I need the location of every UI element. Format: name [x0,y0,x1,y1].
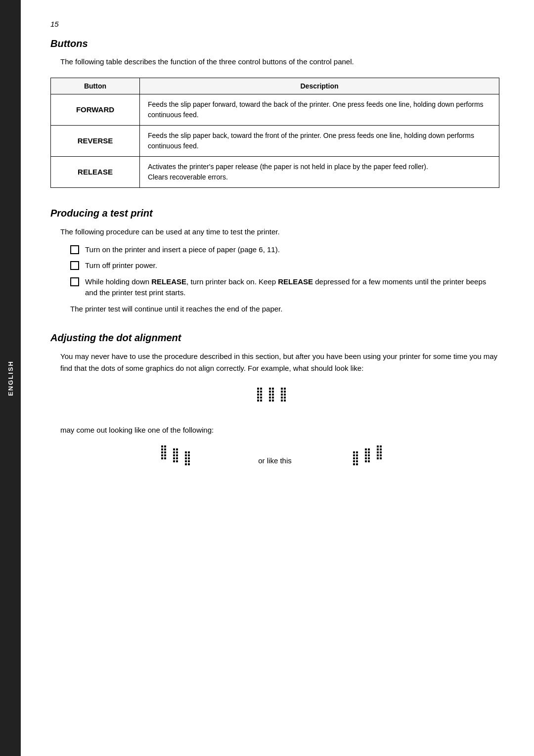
svg-rect-84 [377,451,379,453]
svg-rect-35 [164,451,166,453]
svg-rect-55 [188,457,190,459]
svg-rect-46 [173,457,175,459]
svg-rect-76 [365,457,367,459]
misaligned-diagrams-row: or like this [50,445,499,475]
table-header-button: Button [51,78,140,94]
svg-rect-25 [260,400,262,401]
button-desc-forward: Feeds the slip paper forward, toward the… [140,94,499,125]
buttons-section-intro: The following table describes the functi… [60,56,499,68]
svg-rect-68 [353,463,355,465]
svg-rect-49 [176,460,178,462]
svg-rect-37 [164,454,166,456]
svg-rect-44 [173,454,175,456]
svg-rect-58 [185,463,187,465]
svg-rect-16 [281,388,283,390]
svg-rect-41 [176,448,178,450]
svg-rect-8 [269,388,271,390]
or-like-this-label: or like this [258,456,292,465]
misaligned-right-svg [351,445,391,475]
svg-rect-10 [269,391,271,393]
svg-rect-61 [356,451,358,453]
svg-rect-22 [281,397,283,399]
checklist-item-1: Turn on the printer and insert a piece o… [70,244,499,256]
svg-rect-89 [380,457,382,459]
test-print-title: Producing a test print [50,208,499,219]
svg-rect-62 [353,454,355,456]
may-come-text: may come out looking like one of the fol… [60,425,499,436]
continuation-text: The printer test will continue until it … [70,304,499,315]
svg-rect-87 [380,454,382,456]
svg-rect-23 [284,397,286,399]
button-name-forward: FORWARD [51,94,140,125]
svg-rect-65 [356,457,358,459]
button-desc-release: Activates the printer's paper release (t… [140,156,499,187]
svg-rect-11 [272,391,274,393]
table-row: REVERSE Feeds the slip paper back, towar… [51,125,499,156]
svg-rect-57 [188,460,190,462]
page-number: 15 [50,20,499,28]
svg-rect-4 [257,394,259,396]
svg-rect-74 [365,454,367,456]
svg-rect-83 [380,448,382,450]
svg-rect-6 [257,397,259,399]
svg-rect-77 [368,457,370,459]
svg-rect-79 [368,460,370,462]
svg-rect-85 [380,451,382,453]
svg-rect-20 [281,394,283,396]
svg-rect-78 [365,460,367,462]
svg-rect-43 [176,451,178,453]
dot-alignment-section: Adjusting the dot alignment You may neve… [50,332,499,475]
svg-rect-38 [161,457,163,459]
button-name-reverse: REVERSE [51,125,140,156]
button-name-release: RELEASE [51,156,140,187]
svg-rect-0 [257,388,259,390]
svg-rect-51 [188,451,190,453]
svg-rect-56 [185,460,187,462]
checklist-item-2: Turn off printer power. [70,260,499,271]
svg-rect-82 [377,448,379,450]
checklist-text-1: Turn on the printer and insert a piece o… [85,244,499,256]
button-desc-reverse: Feeds the slip paper back, toward the fr… [140,125,499,156]
checkbox-icon-3 [70,277,79,286]
svg-rect-71 [368,448,370,450]
checkbox-icon-1 [70,245,79,254]
release-bold-2: RELEASE [278,277,313,286]
buttons-table: Button Description FORWARD Feeds the sli… [50,78,499,188]
svg-rect-32 [161,448,163,450]
svg-rect-45 [176,454,178,456]
test-print-section: Producing a test print The following pro… [50,208,499,315]
svg-rect-21 [284,394,286,396]
svg-rect-19 [284,391,286,393]
svg-rect-63 [356,454,358,456]
svg-rect-28 [281,400,283,401]
checklist-item-3: While holding down RELEASE, turn printer… [70,276,499,299]
sidebar: ENGLISH [0,0,21,756]
svg-rect-66 [353,460,355,462]
svg-rect-24 [257,400,259,401]
checklist: Turn on the printer and insert a piece o… [70,244,499,299]
svg-rect-17 [284,388,286,390]
perfect-alignment-svg [255,386,295,413]
checkbox-icon-2 [70,261,79,270]
svg-rect-12 [269,394,271,396]
svg-rect-47 [176,457,178,459]
svg-rect-59 [188,463,190,465]
svg-rect-53 [188,454,190,456]
table-row: FORWARD Feeds the slip paper forward, to… [51,94,499,125]
svg-rect-5 [260,394,262,396]
svg-rect-88 [377,457,379,459]
buttons-section: Buttons The following table describes th… [50,38,499,188]
svg-rect-29 [284,400,286,401]
main-content: 15 Buttons The following table describes… [21,0,534,756]
svg-rect-86 [377,454,379,456]
svg-rect-69 [356,463,358,465]
svg-rect-72 [365,451,367,453]
svg-rect-33 [164,448,166,450]
svg-rect-13 [272,394,274,396]
misaligned-left-svg [159,445,199,475]
svg-rect-50 [185,451,187,453]
svg-rect-3 [260,391,262,393]
svg-rect-34 [161,451,163,453]
svg-rect-52 [185,454,187,456]
svg-rect-9 [272,388,274,390]
